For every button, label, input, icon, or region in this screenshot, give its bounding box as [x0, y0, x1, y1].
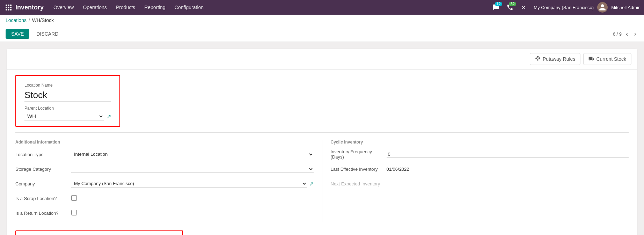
last-effective-label: Last Effective Inventory [331, 167, 387, 172]
nav-overview[interactable]: Overview [49, 2, 78, 12]
inventory-frequency-value [387, 151, 629, 158]
company-row: Company My Company (San Francisco) ↗ [15, 178, 314, 189]
svg-rect-4 [8, 7, 9, 8]
avatar [597, 2, 608, 13]
next-expected-label: Next Expected Inventory [331, 181, 387, 186]
scrap-location-checkbox[interactable] [71, 195, 77, 201]
close-icon-btn[interactable] [520, 4, 527, 10]
breadcrumb-current: WH/Stock [32, 17, 54, 23]
company-name: My Company (San Francisco) [534, 5, 594, 10]
app-brand: Inventory [15, 4, 44, 11]
company-external-link[interactable]: ↗ [309, 181, 314, 187]
return-location-checkbox-wrap [71, 210, 314, 216]
parent-location-row: WH ↗ [24, 112, 111, 120]
return-location-row: Is a Return Location? [15, 207, 314, 219]
scrap-location-label: Is a Scrap Location? [15, 196, 71, 201]
storage-category-row: Storage Category [15, 163, 314, 175]
save-button[interactable]: SAVE [6, 29, 29, 39]
navbar-menu: Overview Operations Products Reporting C… [49, 2, 490, 12]
username: Mitchell Admin [611, 5, 641, 10]
chat-icon-btn[interactable]: 12 [492, 4, 499, 11]
parent-location-select[interactable]: WH [24, 112, 104, 120]
location-name-label: Location Name [24, 83, 111, 88]
form-card: Putaway Rules Current Stock Location Nam… [7, 49, 637, 235]
location-name-input[interactable] [24, 89, 111, 102]
svg-rect-8 [10, 9, 12, 10]
breadcrumb: Locations / WH/Stock [0, 15, 644, 26]
company-value: My Company (San Francisco) ↗ [71, 180, 314, 188]
location-type-label: Location Type [15, 152, 71, 157]
last-effective-row: Last Effective Inventory 01/06/2022 [331, 163, 629, 175]
storage-category-label: Storage Category [15, 167, 71, 172]
putaway-icon [535, 56, 541, 63]
grid-icon[interactable] [3, 2, 13, 12]
pagination-label: 6 / 9 [613, 31, 622, 37]
current-stock-label: Current Stock [596, 56, 626, 62]
nav-configuration[interactable]: Configuration [170, 2, 208, 12]
navbar: Inventory Overview Operations Products R… [0, 0, 644, 15]
location-name-section: Location Name Parent Location WH ↗ [15, 75, 120, 127]
phone-badge: 32 [509, 2, 516, 6]
inventory-frequency-input[interactable] [387, 151, 629, 158]
breadcrumb-parent[interactable]: Locations [6, 17, 27, 23]
inventory-frequency-row: Inventory Frequency (Days) [331, 149, 629, 160]
svg-rect-2 [10, 5, 12, 6]
cyclic-inventory-col: Cyclic Inventory Inventory Frequency (Da… [322, 140, 629, 222]
storage-category-value [71, 165, 314, 173]
pagination-area: 6 / 9 ‹ › [613, 30, 638, 38]
nav-products[interactable]: Products [112, 2, 139, 12]
putaway-rules-label: Putaway Rules [543, 56, 575, 62]
svg-rect-7 [8, 9, 9, 10]
current-stock-button[interactable]: Current Stock [583, 53, 631, 65]
nav-operations[interactable]: Operations [79, 2, 111, 12]
next-page-button[interactable]: › [632, 30, 638, 38]
scrap-location-row: Is a Scrap Location? [15, 193, 314, 204]
action-bar: SAVE DISCARD 6 / 9 ‹ › [0, 26, 644, 42]
parent-location-external-link[interactable]: ↗ [107, 113, 111, 120]
next-expected-row: Next Expected Inventory [331, 178, 629, 189]
svg-rect-5 [10, 7, 12, 8]
cyclic-inventory-title: Cyclic Inventory [331, 140, 629, 145]
return-location-label: Is a Return Location? [15, 211, 71, 216]
form-divider [15, 132, 629, 133]
location-type-row: Location Type Internal Location [15, 149, 314, 160]
additional-info-col: Additional Information Location Type Int… [15, 140, 322, 222]
logistics-section: Logistics Removal Strategy Last In First… [15, 230, 183, 235]
nav-reporting[interactable]: Reporting [140, 2, 170, 12]
scrap-location-checkbox-wrap [71, 195, 314, 202]
company-select[interactable]: My Company (San Francisco) [71, 180, 307, 188]
parent-location-label: Parent Location [24, 106, 111, 111]
additional-info-title: Additional Information [15, 140, 314, 145]
breadcrumb-separator: / [29, 17, 30, 23]
return-location-checkbox[interactable] [71, 210, 77, 215]
inventory-frequency-label: Inventory Frequency (Days) [331, 149, 387, 160]
svg-rect-6 [6, 9, 7, 10]
card-top-bar: Putaway Rules Current Stock [7, 49, 637, 69]
last-effective-value: 01/06/2022 [387, 167, 629, 172]
putaway-rules-button[interactable]: Putaway Rules [530, 53, 580, 65]
chat-badge: 12 [495, 2, 502, 6]
company-label: Company [15, 181, 71, 186]
discard-button[interactable]: DISCARD [32, 29, 63, 39]
navbar-right: 12 32 My Company (San Francisco) Mitchel… [492, 2, 641, 13]
main-content: Putaway Rules Current Stock Location Nam… [0, 42, 644, 235]
info-area: Additional Information Location Type Int… [7, 137, 637, 228]
svg-rect-1 [8, 5, 9, 6]
storage-category-select[interactable] [71, 165, 314, 173]
location-type-value: Internal Location [71, 150, 314, 158]
svg-rect-3 [6, 7, 7, 8]
location-type-select[interactable]: Internal Location [71, 150, 314, 158]
phone-icon-btn[interactable]: 32 [506, 4, 513, 11]
stock-icon [588, 56, 594, 63]
prev-page-button[interactable]: ‹ [624, 30, 630, 38]
svg-rect-0 [6, 5, 7, 6]
